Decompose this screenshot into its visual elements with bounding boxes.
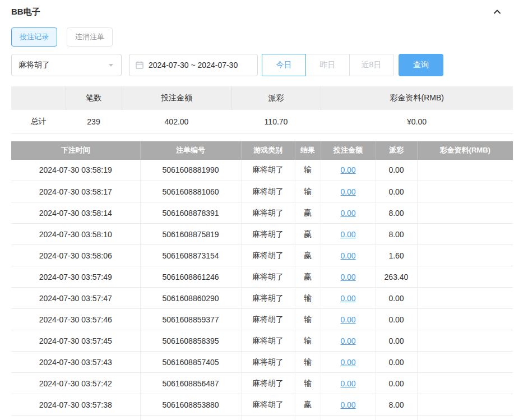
bet-table: 下注时间 注单编号 游戏类别 结果 投注金额 派彩 彩金资料(RMB) 2024… xyxy=(11,141,513,420)
table-row: 2024-07-30 03:58:195061608881990麻将胡了输0.0… xyxy=(11,160,513,181)
payout-cell: 1.60 xyxy=(376,245,417,266)
empty-cell xyxy=(11,416,140,420)
today-button[interactable]: 今日 xyxy=(262,54,306,76)
summary-header-row: 笔数 投注金额 派彩 彩金资料(RMB) xyxy=(11,86,513,110)
tab-cancelled-orders[interactable]: 连消注单 xyxy=(67,27,113,47)
result-cell: 输 xyxy=(295,373,321,394)
summary-total-row: 总计 239 402.00 110.70 ¥0.00 xyxy=(11,110,513,133)
bet-amount-cell: 0.00 xyxy=(321,288,376,309)
bet-amount-cell: 0.00 xyxy=(321,373,376,394)
bet-table-header-row: 下注时间 注单编号 游戏类别 结果 投注金额 派彩 彩金资料(RMB) xyxy=(11,141,513,160)
result-cell: 输 xyxy=(295,160,321,181)
table-row: 2024-07-30 03:57:465061608859377麻将胡了输0.0… xyxy=(11,309,513,330)
order-id-cell: 5061608878391 xyxy=(140,202,241,224)
bet-amount-cell: 0.00 xyxy=(321,245,376,266)
result-cell: 输 xyxy=(295,330,321,352)
last-8-days-button[interactable]: 近8日 xyxy=(349,54,393,76)
game-type-cell: 麻将胡了 xyxy=(241,309,295,330)
bonus-cell xyxy=(417,394,513,416)
table-row: 2024-07-30 03:58:105061608875819麻将胡了赢0.0… xyxy=(11,224,513,245)
bet-amount-link[interactable]: 0.00 xyxy=(340,358,355,367)
yesterday-button[interactable]: 昨日 xyxy=(305,54,350,76)
bonus-cell xyxy=(417,181,513,202)
game-type-cell: 麻将胡了 xyxy=(241,266,295,288)
order-id-cell: 5061608881060 xyxy=(140,181,241,202)
bet-amount-link[interactable]: 0.00 xyxy=(340,165,355,174)
col-header-result: 结果 xyxy=(295,141,321,160)
empty-cell xyxy=(417,416,513,420)
table-row: 2024-07-30 03:57:385061608853880麻将胡了赢0.0… xyxy=(11,394,513,416)
bet-amount-link[interactable]: 0.00 xyxy=(340,273,355,281)
tab-bet-records[interactable]: 投注记录 xyxy=(11,27,57,47)
bet-time-cell: 2024-07-30 03:57:42 xyxy=(11,373,140,394)
bet-amount-link[interactable]: 0.00 xyxy=(340,251,355,260)
result-cell: 赢 xyxy=(295,266,321,288)
payout-cell: 0.00 xyxy=(376,309,417,330)
bet-amount-cell: 0.00 xyxy=(321,352,376,373)
bet-amount-link[interactable]: 0.00 xyxy=(340,315,355,324)
summary-total-label: 总计 xyxy=(11,110,66,133)
payout-cell: 8.00 xyxy=(376,202,417,224)
payout-cell: 0.00 xyxy=(376,288,417,309)
table-row: 2024-07-30 03:58:065061608873154麻将胡了赢0.0… xyxy=(11,245,513,266)
game-type-cell: 麻将胡了 xyxy=(241,245,295,266)
game-type-cell: 麻将胡了 xyxy=(241,224,295,245)
tab-label: 连消注单 xyxy=(75,32,104,42)
bet-table-body: 2024-07-30 03:58:195061608881990麻将胡了输0.0… xyxy=(11,160,513,420)
summary-header-payout: 派彩 xyxy=(231,86,321,110)
result-cell: 赢 xyxy=(295,224,321,245)
game-type-cell: 麻将胡了 xyxy=(241,181,295,202)
payout-cell: 0.00 xyxy=(376,373,417,394)
bonus-cell xyxy=(417,373,513,394)
result-cell: 赢 xyxy=(295,202,321,224)
page-title: BB电子 xyxy=(11,7,40,17)
bet-time-cell: 2024-07-30 03:58:17 xyxy=(11,181,140,202)
col-header-bet-time: 下注时间 xyxy=(11,141,140,160)
bet-amount-link[interactable]: 0.00 xyxy=(340,294,355,303)
bet-amount-cell: 0.00 xyxy=(321,266,376,288)
bet-amount-link[interactable]: 0.00 xyxy=(340,187,355,196)
search-button[interactable]: 查询 xyxy=(399,54,443,76)
bonus-cell xyxy=(417,224,513,245)
result-cell: 赢 xyxy=(295,245,321,266)
collapse-button[interactable] xyxy=(492,6,503,17)
table-row: 2024-07-30 03:57:495061608861246麻将胡了赢0.0… xyxy=(11,266,513,288)
bet-time-cell: 2024-07-30 03:58:14 xyxy=(11,202,140,224)
order-id-cell: 5061608875819 xyxy=(140,224,241,245)
tab-bar: 投注记录 连消注单 xyxy=(11,27,503,47)
order-id-cell: 5061608861246 xyxy=(140,266,241,288)
bonus-cell xyxy=(417,245,513,266)
col-header-payout: 派彩 xyxy=(376,141,417,160)
bet-amount-link[interactable]: 0.00 xyxy=(340,379,355,388)
bet-amount-link[interactable]: 0.00 xyxy=(340,400,355,409)
bet-amount-link[interactable]: 0.00 xyxy=(340,336,355,345)
bet-amount-link[interactable]: 0.00 xyxy=(340,230,355,239)
chevron-up-icon xyxy=(493,7,502,16)
bonus-cell xyxy=(417,266,513,288)
bet-amount-cell: 0.00 xyxy=(321,181,376,202)
bonus-cell xyxy=(417,330,513,352)
game-type-cell: 麻将胡了 xyxy=(241,202,295,224)
col-header-order-id: 注单编号 xyxy=(140,141,241,160)
date-range-picker[interactable]: 2024-07-30 ~ 2024-07-30 xyxy=(129,54,258,76)
bet-amount-cell: 0.00 xyxy=(321,330,376,352)
payout-cell: 263.40 xyxy=(376,266,417,288)
bet-amount-cell: 0.00 xyxy=(321,160,376,181)
order-id-cell: 5061608881990 xyxy=(140,160,241,181)
game-select[interactable]: 麻将胡了 xyxy=(11,54,122,76)
payout-cell: 0.00 xyxy=(376,352,417,373)
summary-total-payout: 110.70 xyxy=(231,110,321,133)
order-id-cell: 5061608860290 xyxy=(140,288,241,309)
col-header-game-type: 游戏类别 xyxy=(241,141,295,160)
panel-header: BB电子 xyxy=(11,4,503,19)
date-range-value: 2024-07-30 ~ 2024-07-30 xyxy=(149,61,238,70)
order-id-cell: 5061608873154 xyxy=(140,245,241,266)
game-type-cell: 麻将胡了 xyxy=(241,330,295,352)
table-row: 2024-07-30 03:57:475061608860290麻将胡了输0.0… xyxy=(11,288,513,309)
bet-time-cell: 2024-07-30 03:57:49 xyxy=(11,266,140,288)
summary-header-bonus: 彩金资料(RMB) xyxy=(321,86,513,110)
payout-cell: 8.00 xyxy=(376,224,417,245)
game-type-cell: 麻将胡了 xyxy=(241,160,295,181)
chevron-down-icon xyxy=(108,62,114,68)
bet-amount-link[interactable]: 0.00 xyxy=(340,209,355,218)
